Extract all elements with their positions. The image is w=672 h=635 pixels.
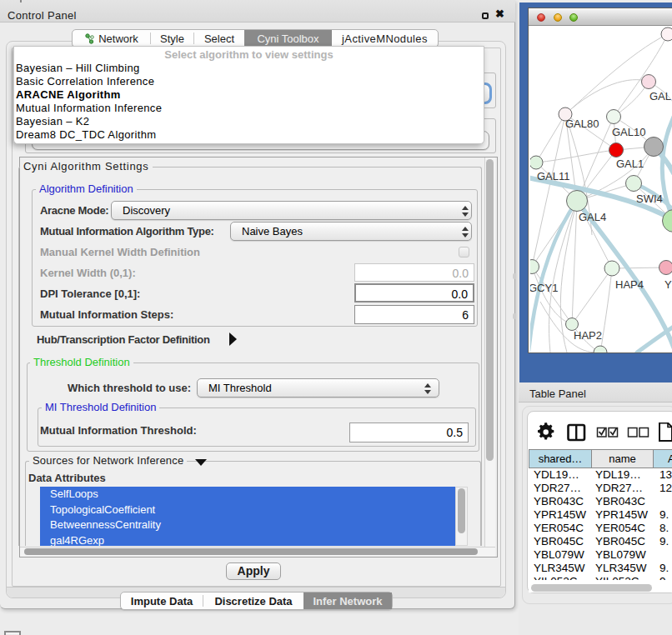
svg-text:GAL1: GAL1 bbox=[616, 158, 644, 170]
svg-text:Y: Y bbox=[664, 278, 672, 291]
svg-text:HAP4: HAP4 bbox=[615, 278, 644, 291]
svg-text:GAL: GAL bbox=[649, 90, 671, 102]
svg-text:SWI4: SWI4 bbox=[636, 192, 663, 205]
svg-text:GAL4: GAL4 bbox=[579, 211, 606, 223]
svg-text:HAP2: HAP2 bbox=[574, 329, 602, 342]
svg-text:GAL11: GAL11 bbox=[537, 170, 570, 182]
svg-text:GAL10: GAL10 bbox=[612, 126, 645, 138]
svg-text:GCY1: GCY1 bbox=[530, 282, 558, 294]
svg-text:GAL80: GAL80 bbox=[565, 118, 599, 130]
